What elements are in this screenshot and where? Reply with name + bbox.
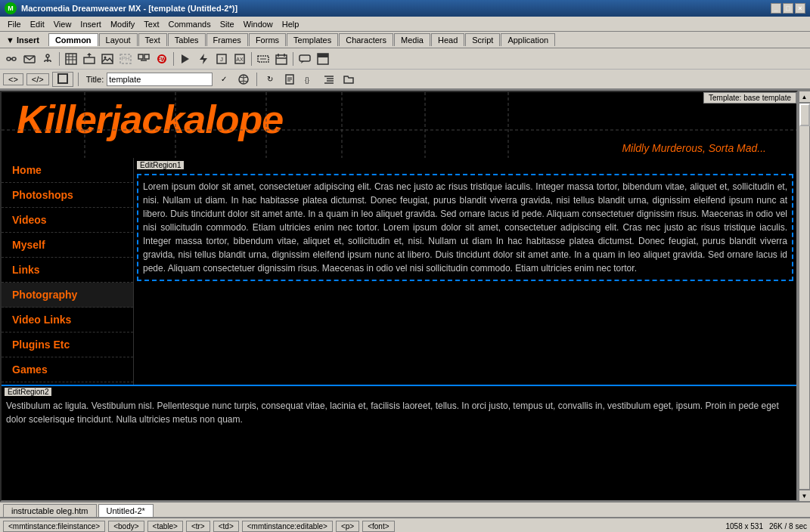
- menu-file[interactable]: File: [3, 18, 26, 30]
- refresh-btn[interactable]: ↻: [262, 71, 278, 88]
- menu-site[interactable]: Site: [216, 18, 239, 30]
- svg-rect-16: [102, 54, 113, 63]
- nav-photoshops[interactable]: Photoshops: [2, 183, 133, 208]
- site-content[interactable]: Killerjackalope Mildly Murderous, Sorta …: [2, 92, 796, 500]
- status-tag-td[interactable]: <td>: [213, 521, 239, 532]
- tab-script[interactable]: Script: [465, 33, 500, 46]
- svg-marker-26: [200, 54, 207, 64]
- tab-characters[interactable]: Characters: [339, 33, 393, 46]
- date-btn[interactable]: [273, 51, 290, 67]
- menu-modify[interactable]: Modify: [106, 18, 139, 30]
- tab-application[interactable]: Application: [501, 33, 555, 46]
- code-toolbar: <> </> Title: ✓ ↻ {}: [0, 70, 810, 89]
- close-button[interactable]: ×: [795, 3, 805, 14]
- nav-myself[interactable]: Myself: [2, 233, 133, 258]
- split-view-btn[interactable]: </>: [26, 73, 49, 85]
- flash-btn[interactable]: [195, 51, 212, 67]
- hyperlink-btn[interactable]: [3, 51, 20, 67]
- svg-rect-14: [84, 57, 95, 63]
- sep3: [251, 52, 252, 66]
- nav-links[interactable]: Links: [2, 258, 133, 283]
- scroll-down-btn[interactable]: ▼: [799, 490, 811, 502]
- activex-btn[interactable]: AX: [231, 51, 248, 67]
- menu-bar: File Edit View Insert Modify Text Comman…: [0, 17, 810, 32]
- site-tagline: Mildly Murderous, Sorta Mad...: [17, 142, 781, 154]
- tab-instructable[interactable]: instructable oleg.htm: [3, 504, 97, 517]
- status-tag-body[interactable]: <body>: [108, 521, 144, 532]
- nav-plugins-etc[interactable]: Plugins Etc: [2, 332, 133, 357]
- svg-rect-20: [138, 54, 143, 59]
- sep1: [59, 52, 60, 66]
- menu-text[interactable]: Text: [139, 18, 163, 30]
- table-btn[interactable]: [63, 51, 79, 67]
- status-tag-mmtinstance-fileinstance[interactable]: <mmtinstance:fileinstance>: [3, 521, 105, 532]
- menu-insert[interactable]: Insert: [76, 18, 106, 30]
- template-btn[interactable]: [315, 51, 331, 67]
- maximize-button[interactable]: □: [783, 3, 793, 14]
- design-view[interactable]: Template: base template Killerjackalope …: [0, 91, 798, 502]
- right-scrollbar[interactable]: ▲ ▼: [798, 91, 810, 502]
- svg-point-17: [104, 56, 107, 58]
- tab-templates[interactable]: Templates: [287, 33, 338, 46]
- menu-window[interactable]: Window: [239, 18, 278, 30]
- comment-btn[interactable]: [296, 51, 313, 67]
- reference-btn[interactable]: [281, 71, 298, 88]
- status-tag-table[interactable]: <table>: [147, 521, 183, 532]
- form-btn[interactable]: [255, 51, 272, 67]
- tab-layout[interactable]: Layout: [99, 33, 138, 46]
- site-body: Home Photoshops Videos Myself Links Phot…: [2, 158, 796, 385]
- applet-btn[interactable]: J: [213, 51, 230, 67]
- insert-tabs: Common Layout Text Tables Frames Forms T…: [48, 33, 555, 46]
- scroll-track[interactable]: [799, 103, 810, 490]
- svg-rect-37: [299, 55, 310, 61]
- menu-commands[interactable]: Commands: [163, 18, 215, 30]
- code-format-btn[interactable]: {}: [301, 71, 318, 88]
- code-view-btn[interactable]: <>: [3, 73, 23, 85]
- anchor-btn[interactable]: [39, 51, 56, 67]
- validate-markup-btn[interactable]: ✓: [216, 71, 232, 88]
- image-placeholder-btn[interactable]: PH: [117, 51, 134, 67]
- tab-common[interactable]: Common: [48, 33, 98, 46]
- status-tag-p[interactable]: <p>: [336, 521, 359, 532]
- email-link-btn[interactable]: [21, 51, 38, 67]
- nav-video-links[interactable]: Video Links: [2, 308, 133, 332]
- tab-text[interactable]: Text: [138, 33, 167, 46]
- insert-row-above-btn[interactable]: [81, 51, 98, 67]
- template-label: Template: base template: [703, 92, 796, 104]
- app-logo: M: [5, 2, 17, 14]
- tab-media[interactable]: Media: [394, 33, 430, 46]
- status-tag-mmtinstance-editable[interactable]: <mmtinstance:editable>: [242, 521, 333, 532]
- nav-games[interactable]: Games: [2, 357, 133, 382]
- insert-panel: ▼ Insert Common Layout Text Tables Frame…: [0, 32, 810, 91]
- indent-btn[interactable]: [321, 71, 337, 88]
- scroll-thumb[interactable]: [799, 104, 810, 126]
- minimize-button[interactable]: _: [771, 3, 781, 14]
- insert-toolbar-row1: PH FW J AX: [0, 48, 810, 70]
- rollover-image-btn[interactable]: [135, 51, 152, 67]
- tab-untitled2[interactable]: Untitled-2*: [98, 504, 154, 517]
- tab-forms[interactable]: Forms: [249, 33, 286, 46]
- title-input[interactable]: [107, 73, 213, 86]
- status-tag-tr[interactable]: <tr>: [186, 521, 210, 532]
- nav-videos[interactable]: Videos: [2, 208, 133, 233]
- browser-preview-btn[interactable]: [235, 71, 252, 88]
- menu-help[interactable]: Help: [278, 18, 304, 30]
- scroll-up-btn[interactable]: ▲: [799, 91, 811, 103]
- svg-rect-40: [318, 54, 328, 57]
- design-view-btn[interactable]: [52, 72, 73, 87]
- menu-view[interactable]: View: [49, 18, 76, 30]
- edit-region1-box[interactable]: Lorem ipsum dolor sit amet, consectetuer…: [137, 174, 793, 281]
- status-right: 1058 x 531 26K / 8 sec: [725, 522, 807, 530]
- tab-head[interactable]: Head: [431, 33, 464, 46]
- status-tag-font[interactable]: <font>: [362, 521, 394, 532]
- tab-frames[interactable]: Frames: [206, 33, 248, 46]
- tab-tables[interactable]: Tables: [168, 33, 206, 46]
- menu-edit[interactable]: Edit: [26, 18, 49, 30]
- main-content-text: Lorem ipsum dolor sit amet, consectetuer…: [143, 180, 787, 275]
- file-management-btn[interactable]: [340, 71, 357, 88]
- media-btn[interactable]: [177, 51, 194, 67]
- nav-photography[interactable]: Photography: [2, 283, 133, 308]
- nav-home[interactable]: Home: [2, 158, 133, 183]
- fireworks-btn[interactable]: FW: [154, 51, 170, 67]
- image-btn[interactable]: [99, 51, 116, 67]
